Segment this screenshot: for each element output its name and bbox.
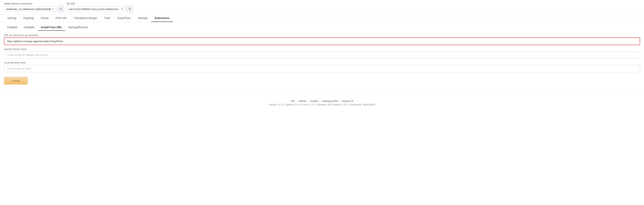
footer-startup-link[interactable]: Startup profile xyxy=(322,100,338,102)
tab-img2img[interactable]: img2img xyxy=(20,14,37,22)
footer-sep-2: • xyxy=(308,100,309,102)
footer: API • Github • Gradio • Startup profile … xyxy=(0,96,644,110)
tab-extensions[interactable]: Extensions xyxy=(151,14,173,22)
install-button[interactable]: Install xyxy=(4,77,28,84)
branch-field-group: Specific branch name xyxy=(4,48,640,58)
vae-refresh-button[interactable]: ↻ xyxy=(126,6,133,12)
subtab-available[interactable]: Available xyxy=(20,24,38,31)
footer-sep-3: • xyxy=(320,100,321,102)
vae-select[interactable]: vae-ft-mse-840000-ema-pruned.safetensors… xyxy=(66,6,125,12)
tab-checkpoint-merger[interactable]: Checkpoint Merger xyxy=(70,14,100,22)
footer-github-link[interactable]: Github xyxy=(299,100,306,102)
local-dir-field-label: Local directory name xyxy=(4,61,640,64)
tab-extras[interactable]: Extras xyxy=(37,14,52,22)
tab-txt2img[interactable]: txt2img xyxy=(4,14,20,22)
subtab-installed[interactable]: Installed xyxy=(4,24,20,31)
vae-dropdown-wrapper: SD VAE vae-ft-mse-840000-ema-pruned.safe… xyxy=(66,2,133,12)
tab-easyphoto[interactable]: EasyPhoto xyxy=(114,14,134,22)
url-input[interactable] xyxy=(4,38,640,45)
local-dir-input[interactable] xyxy=(4,65,640,72)
local-dir-field-group: Local directory name xyxy=(4,61,640,72)
checkpoint-select[interactable]: deliberate_v2.safetensors [9aba26abdf] ▼ xyxy=(4,6,56,12)
checkpoint-value: deliberate_v2.safetensors [9aba26abdf] xyxy=(6,8,51,10)
top-bar: Stable Diffusion checkpoint deliberate_v… xyxy=(0,0,644,14)
checkpoint-arrow-icon: ▼ xyxy=(52,8,54,10)
content-area: URL for extension's git repository Speci… xyxy=(0,31,644,88)
tab-settings[interactable]: Settings xyxy=(134,14,151,22)
main-nav: txt2img img2img Extras PNG Info Checkpoi… xyxy=(0,14,644,22)
checkpoint-group: deliberate_v2.safetensors [9aba26abdf] ▼… xyxy=(4,6,64,12)
footer-sep-1: • xyxy=(296,100,297,102)
tab-train[interactable]: Train xyxy=(101,14,114,22)
url-field-group: URL for extension's git repository xyxy=(4,34,640,45)
tab-png-info[interactable]: PNG Info xyxy=(52,14,70,22)
sub-tabs: Installed Available Install from URL Bac… xyxy=(0,22,644,31)
vae-arrow-icon: ▼ xyxy=(121,8,123,10)
checkpoint-dropdown-wrapper: Stable Diffusion checkpoint deliberate_v… xyxy=(4,2,64,12)
footer-gradio-link[interactable]: Gradio xyxy=(310,100,318,102)
vae-label: SD VAE xyxy=(66,2,133,5)
branch-field-label: Specific branch name xyxy=(4,48,640,50)
checkpoint-refresh-button[interactable]: ↻ xyxy=(58,6,64,12)
footer-links: API • Github • Gradio • Startup profile … xyxy=(4,100,640,102)
footer-version: version: v1.5.2 • python: 3.11.4 • torch… xyxy=(4,103,640,106)
footer-reload-link[interactable]: Reload UI xyxy=(342,100,353,102)
subtab-install-from-url[interactable]: Install from URL xyxy=(38,24,65,31)
footer-api-link[interactable]: API xyxy=(291,100,295,102)
footer-sep-4: • xyxy=(340,100,340,102)
vae-group: vae-ft-mse-840000-ema-pruned.safetensors… xyxy=(66,6,133,12)
subtab-backup-restore[interactable]: Backup/Restore xyxy=(65,24,91,31)
url-field-label: URL for extension's git repository xyxy=(4,34,640,37)
branch-input[interactable] xyxy=(4,51,640,58)
vae-value: vae-ft-mse-840000-ema-pruned.safetensors xyxy=(68,8,118,10)
checkpoint-label: Stable Diffusion checkpoint xyxy=(4,2,64,5)
